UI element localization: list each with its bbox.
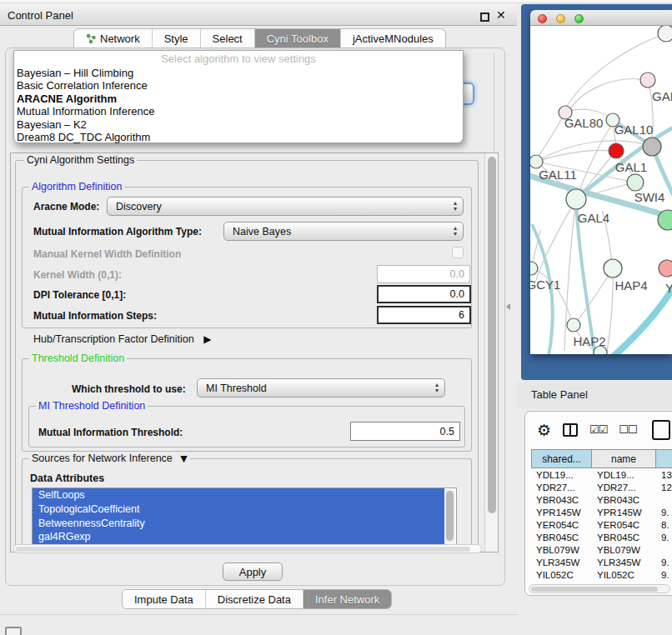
table-row[interactable]: YBL079WYBL079W (531, 544, 672, 557)
network-node[interactable] (640, 72, 655, 88)
tab-discretize-data[interactable]: Discretize Data (206, 590, 303, 608)
minimize-window-icon[interactable] (556, 14, 565, 23)
table-horizontal-scrollbar[interactable] (529, 584, 670, 593)
select-all-icon[interactable]: ☑☑ (589, 423, 607, 436)
algorithm-option[interactable]: Bayesian – K2 (14, 118, 463, 131)
algorithm-option[interactable]: Basic Correlation Inference (14, 79, 463, 92)
network-node[interactable] (530, 155, 543, 168)
table-row[interactable]: YBR045CYBR045C9. (531, 531, 672, 543)
network-node-label: GCY1 (530, 278, 560, 292)
aracne-mode-label: Aracne Mode: (33, 201, 99, 212)
table-panel: ⚙ ☑☑ ☐☐ shared... name A YDL19...YDL19..… (524, 411, 672, 596)
close-window-icon[interactable] (538, 14, 547, 23)
network-node[interactable] (643, 138, 661, 156)
apply-button[interactable]: Apply (223, 562, 283, 581)
splitter-handle[interactable] (506, 303, 510, 310)
table-panel-title: Table Panel (531, 388, 588, 401)
tab-jactivemnodules-label: jActiveMNodules (353, 32, 434, 45)
data-attribute-item[interactable]: gal4RGexp (33, 530, 444, 544)
network-node[interactable] (567, 318, 580, 332)
table-row[interactable]: YIL052CYIL052C9. (531, 569, 672, 582)
expand-down-icon[interactable]: ▼ (180, 453, 187, 464)
combo-arrows-icon: ▴▾ (454, 200, 457, 212)
network-node[interactable] (658, 26, 672, 42)
data-attribute-item[interactable]: BetweennessCentrality (33, 517, 444, 531)
algorithm-option[interactable]: Bayesian – Hill Climbing (14, 67, 463, 79)
algorithm-option[interactable]: ARACNE Algorithm (14, 92, 463, 105)
network-node[interactable] (659, 260, 672, 277)
mi-steps-value: 6 (459, 309, 464, 321)
mi-threshold-field[interactable]: 0.5 (350, 422, 460, 441)
network-window-titlebar[interactable] (530, 10, 672, 26)
mi-steps-field[interactable]: 6 (377, 306, 471, 324)
network-canvas[interactable]: GALGAL80GAL10GAL1GAL11SWI4GAL4GCY1HAP4YH… (530, 26, 672, 354)
algorithm-option[interactable]: Mutual Information Inference (14, 105, 463, 118)
network-node-label: GAL10 (614, 122, 654, 137)
network-node[interactable] (566, 189, 586, 209)
network-node-label: GAL1 (615, 160, 647, 174)
apply-button-label: Apply (239, 566, 267, 578)
tab-select[interactable]: Select (201, 29, 255, 48)
data-attribute-item[interactable]: SelfLoops (33, 488, 444, 502)
zoom-window-icon[interactable] (574, 14, 584, 23)
network-node[interactable] (530, 262, 538, 275)
tab-network[interactable]: Network (74, 29, 153, 48)
scrollbar-thumb[interactable] (531, 587, 658, 592)
dpi-tolerance-field[interactable]: 0.0 (377, 285, 471, 303)
hub-definition-toggle[interactable]: Hub/Transcription Factor Definition ▶ (33, 333, 211, 345)
scrollbar-thumb[interactable] (16, 547, 470, 552)
table-cell: YER054C (592, 520, 656, 530)
network-node-label: Y (665, 281, 672, 295)
column-header-name[interactable]: name (592, 449, 656, 468)
mi-type-combo[interactable]: Naive Bayes ▴▾ (223, 222, 464, 241)
column-header-shared-name[interactable]: shared... (531, 449, 592, 468)
close-panel-icon[interactable]: ✕ (496, 8, 506, 22)
aracne-mode-value: Discovery (116, 201, 162, 212)
scrollbar-thumb[interactable] (446, 491, 454, 541)
network-graph[interactable]: GALGAL80GAL10GAL1GAL11SWI4GAL4GCY1HAP4YH… (530, 26, 672, 354)
aracne-mode-combo[interactable]: Discovery ▴▾ (107, 197, 464, 216)
tab-infer-network[interactable]: Infer Network (303, 590, 391, 608)
table-row[interactable]: YPR145WYPR145W9. (531, 506, 672, 518)
data-attributes-list[interactable]: SelfLoopsTopologicalCoefficientBetweenne… (32, 488, 457, 548)
table-row[interactable]: YLR345WYLR345W9. (531, 557, 672, 569)
table-row[interactable]: YDR27...YDR27...12 (531, 481, 672, 493)
table-cell: YBR043C (531, 495, 592, 505)
table-row[interactable]: YDL19...YDL19...13 (531, 468, 672, 481)
list-vertical-scrollbar[interactable] (444, 489, 455, 546)
settings-vertical-scrollbar[interactable] (484, 153, 498, 552)
tab-impute-data[interactable]: Impute Data (123, 590, 206, 608)
gear-icon[interactable]: ⚙ (537, 421, 551, 439)
tab-cyni-toolbox[interactable]: Cyni Toolbox (255, 29, 341, 48)
kernel-width-value: 0.0 (450, 268, 464, 280)
tab-select-label: Select (213, 32, 243, 45)
manual-kernel-label: Manual Kernel Width Definition (33, 248, 181, 260)
minimized-panel-icon[interactable] (5, 627, 22, 635)
deselect-all-icon[interactable]: ☐☐ (619, 423, 636, 436)
split-columns-icon[interactable] (563, 423, 578, 437)
network-node[interactable] (609, 143, 624, 158)
function-builder-icon[interactable] (652, 420, 670, 440)
settings-horizontal-scrollbar[interactable] (13, 544, 482, 553)
table-cell: 9. (656, 558, 672, 568)
panel-border-fragment (494, 52, 494, 152)
table-cell: YLR345W (531, 558, 592, 568)
which-threshold-combo[interactable]: MI Threshold ▴▾ (197, 378, 445, 398)
float-panel-icon[interactable] (480, 12, 489, 22)
scrollbar-thumb[interactable] (488, 157, 496, 513)
table-row[interactable]: YER054CYER054C8. (531, 518, 672, 531)
network-node[interactable] (604, 259, 622, 278)
dpi-tolerance-label: DPI Tolerance [0,1]: (33, 289, 126, 301)
tab-jactivemnodules[interactable]: jActiveMNodules (341, 29, 445, 48)
tab-style[interactable]: Style (153, 29, 201, 48)
network-node-label: SWI4 (634, 190, 665, 204)
kernel-width-field[interactable]: 0.0 (377, 265, 470, 283)
algorithm-option[interactable]: Dream8 DC_TDC Algorithm (14, 131, 463, 143)
data-attribute-item[interactable]: TopologicalCoefficient (33, 502, 444, 517)
table-row[interactable]: YBR043CYBR043C (531, 493, 672, 506)
which-threshold-label: Which threshold to use: (72, 383, 186, 395)
column-header-partial[interactable]: A (656, 449, 672, 468)
network-node[interactable] (627, 174, 644, 191)
manual-kernel-checkbox[interactable] (452, 247, 464, 258)
table-toolbar: ⚙ ☑☑ ☐☐ (525, 412, 672, 448)
